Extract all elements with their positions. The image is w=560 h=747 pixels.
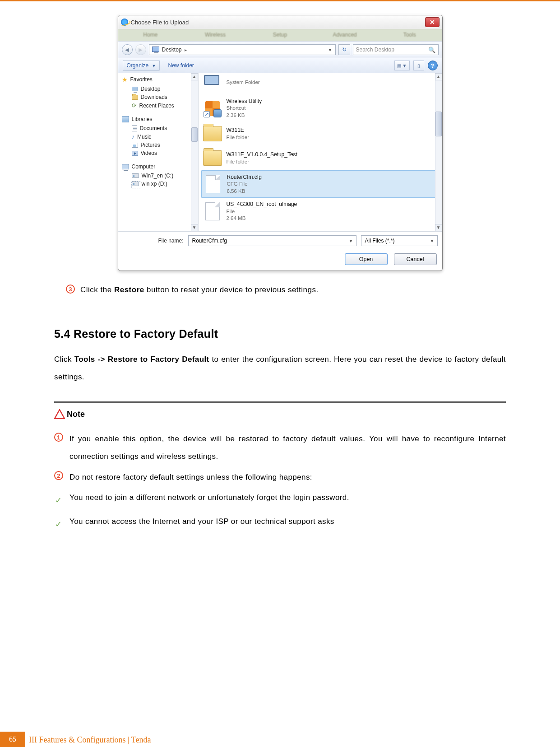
tree-group-favorites: ★ Favorites Desktop Downloads xyxy=(122,76,196,110)
bg-tab: Wireless xyxy=(183,29,248,41)
step-3-text: Click the Restore button to reset your d… xyxy=(80,284,319,296)
checkmark-icon: ✓ xyxy=(54,515,63,534)
page-footer: 65 III Features & Configurations | Tenda xyxy=(0,732,560,747)
tree-item-documents[interactable]: Documents xyxy=(132,124,196,132)
bg-tab: Setup xyxy=(248,29,313,41)
recent-places-icon: ⟳ xyxy=(132,102,137,109)
tree-header-label: Computer xyxy=(132,163,156,170)
refresh-button[interactable]: ↻ xyxy=(338,44,350,55)
footer-text: III Features & Configurations | Tenda xyxy=(25,732,560,747)
note-label: Note xyxy=(67,410,85,419)
list-scroll-up[interactable]: ▲ xyxy=(435,73,442,80)
folder-icon xyxy=(203,149,222,168)
file-icon xyxy=(204,175,222,194)
step-3-bold: Restore xyxy=(114,285,144,294)
list-scrollbar[interactable] xyxy=(435,80,442,224)
background-tabs-blurred: Home Wireless Setup Advanced Tools xyxy=(118,29,442,41)
tree-scroll-thumb[interactable] xyxy=(191,127,198,142)
dialog-titlebar[interactable]: Choose File to Upload ✕ xyxy=(118,15,442,29)
nav-bar: ◄ ► Desktop ▸ ▼ ↻ Search Desktop 🔍 xyxy=(118,41,442,58)
file-item[interactable]: W311E File folder xyxy=(201,121,440,146)
file-chooser-dialog: Choose File to Upload ✕ Home Wireless Se… xyxy=(118,15,443,271)
wireless-utility-icon: ↗ xyxy=(203,99,222,118)
documents-icon xyxy=(132,125,137,131)
note-item-2: 2 Do not restore factory default setting… xyxy=(54,468,506,486)
tree-item-pictures[interactable]: Pictures xyxy=(132,141,196,149)
tree-item-drive-c[interactable]: Win7_en (C:) xyxy=(132,172,196,180)
search-input[interactable]: Search Desktop 🔍 xyxy=(353,44,439,55)
tree-item-label: Documents xyxy=(140,125,167,131)
para-pre: Click xyxy=(54,355,74,364)
view-mode-button[interactable]: ▤ ▼ xyxy=(394,61,410,70)
libraries-icon xyxy=(122,116,129,122)
tree-item-drive-d[interactable]: win xp (D:) xyxy=(132,180,196,188)
location-dropdown-icon[interactable]: ▼ xyxy=(328,47,333,52)
note-bullet-1: ✓ You need to join a different network o… xyxy=(54,489,506,510)
tree-item-label: Videos xyxy=(141,150,157,156)
tree-scrollbar[interactable] xyxy=(191,80,198,224)
location-breadcrumb[interactable]: Desktop ▸ ▼ xyxy=(149,44,336,55)
search-icon: 🔍 xyxy=(428,47,435,53)
drive-icon xyxy=(132,182,139,186)
note-list: 1 If you enable this option, the device … xyxy=(54,430,506,534)
tree-item-videos[interactable]: Videos xyxy=(132,149,196,157)
forward-button[interactable]: ► xyxy=(135,44,146,55)
tree-header-computer[interactable]: Computer xyxy=(122,163,196,170)
file-item[interactable]: ↗ Wireless Utility Shortcut 2.36 KB xyxy=(201,95,440,121)
file-size: 6.56 KB xyxy=(227,188,262,195)
tree-item-recent[interactable]: ⟳ Recent Places xyxy=(132,101,196,110)
note-bullet-2: ✓ You cannot access the Internet and you… xyxy=(54,513,506,534)
help-button[interactable]: ? xyxy=(428,61,438,70)
bullet-2-text: You cannot access the Internet and your … xyxy=(69,513,506,534)
music-icon: ♪ xyxy=(132,133,135,140)
file-list: ▲ ▼ System Folder ↗ xyxy=(199,73,442,231)
tree-header-libraries[interactable]: Libraries xyxy=(122,116,196,122)
dialog-buttons: Open Cancel xyxy=(118,250,442,271)
section-intro-paragraph: Click Tools -> Restore to Factory Defaul… xyxy=(54,350,506,386)
chevron-down-icon: ▼ xyxy=(349,238,353,243)
note-marker-1: 1 xyxy=(54,433,63,442)
tree-item-desktop[interactable]: Desktop xyxy=(132,85,196,93)
shortcut-overlay-icon: ↗ xyxy=(204,111,210,117)
file-item[interactable]: US_4G300_EN_root_uImage File 2.64 MB xyxy=(201,198,440,224)
tree-item-downloads[interactable]: Downloads xyxy=(132,93,196,101)
tree-item-label: Recent Places xyxy=(139,103,174,109)
file-item-selected[interactable]: RouterCfm.cfg CFG File 6.56 KB xyxy=(201,170,440,198)
tree-item-label: Pictures xyxy=(141,142,160,148)
file-item[interactable]: System Folder xyxy=(201,73,440,95)
chevron-down-icon: ▼ xyxy=(403,63,407,68)
note-marker-2: 2 xyxy=(54,471,63,480)
new-folder-button[interactable]: New folder xyxy=(168,62,194,69)
file-type-filter[interactable]: All Files (*.*) ▼ xyxy=(361,235,438,246)
warning-triangle-icon xyxy=(54,409,65,419)
note-divider xyxy=(54,401,506,403)
step-marker-3: 3 xyxy=(66,285,75,294)
breadcrumb-arrow-icon[interactable]: ▸ xyxy=(185,47,187,52)
organize-label: Organize xyxy=(127,62,149,69)
open-button[interactable]: Open xyxy=(345,253,388,265)
dialog-title: Choose File to Upload xyxy=(131,19,425,26)
tree-header-favorites[interactable]: ★ Favorites xyxy=(122,76,196,83)
cancel-button[interactable]: Cancel xyxy=(394,253,437,265)
note-heading: Note xyxy=(54,409,506,419)
close-button[interactable]: ✕ xyxy=(425,17,440,27)
preview-pane-button[interactable]: ▯ xyxy=(413,61,424,70)
tree-group-libraries: Libraries Documents ♪ Music xyxy=(122,116,196,157)
computer-icon xyxy=(122,164,129,169)
organize-menu[interactable]: Organize ▼ xyxy=(123,60,160,71)
back-button[interactable]: ◄ xyxy=(122,44,133,55)
file-item[interactable]: W311E_V1.0.0.4_Setup_Test File folder xyxy=(201,146,440,170)
file-sub: CFG File xyxy=(227,181,262,188)
step-3-pre: Click the xyxy=(80,285,114,294)
tree-scroll-up[interactable]: ▲ xyxy=(191,73,198,80)
tree-item-music[interactable]: ♪ Music xyxy=(132,132,196,141)
list-scroll-thumb[interactable] xyxy=(435,112,442,136)
star-icon: ★ xyxy=(122,76,128,83)
file-size: 2.36 KB xyxy=(227,112,262,119)
filename-combobox[interactable]: RouterCfm.cfg ▼ xyxy=(188,235,356,246)
file-name: W311E_V1.0.0.4_Setup_Test xyxy=(227,151,297,158)
bg-tab: Advanced xyxy=(312,29,377,41)
file-icon xyxy=(203,202,222,221)
tree-scroll-down[interactable]: ▼ xyxy=(191,224,198,231)
list-scroll-down[interactable]: ▼ xyxy=(435,224,442,231)
